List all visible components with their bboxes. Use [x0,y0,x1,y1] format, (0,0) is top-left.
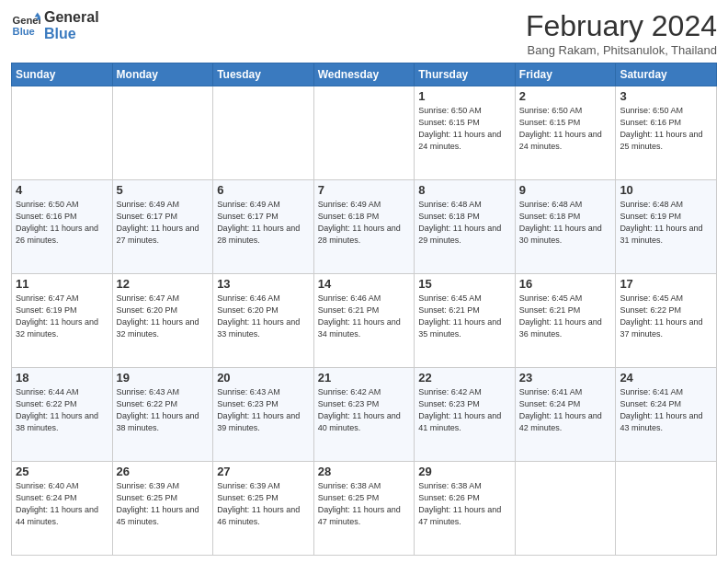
day-info: Sunrise: 6:47 AM Sunset: 6:20 PM Dayligh… [117,293,210,340]
day-number: 16 [519,277,612,291]
day-number: 1 [418,89,511,103]
calendar-cell: 1Sunrise: 6:50 AM Sunset: 6:15 PM Daylig… [415,86,516,180]
day-number: 7 [318,183,411,197]
logo-icon: General Blue [11,11,40,40]
weekday-thursday: Thursday [415,63,516,86]
weekday-header-row: SundayMondayTuesdayWednesdayThursdayFrid… [12,63,717,86]
calendar-cell [616,462,717,556]
day-number: 11 [16,277,108,291]
day-number: 5 [117,183,210,197]
day-number: 9 [519,183,612,197]
calendar-cell: 16Sunrise: 6:45 AM Sunset: 6:21 PM Dayli… [515,274,616,368]
day-number: 12 [117,277,210,291]
calendar-cell: 20Sunrise: 6:43 AM Sunset: 6:23 PM Dayli… [213,368,314,462]
page: General Blue General Blue February 2024 … [0,0,728,563]
day-number: 18 [16,371,108,385]
calendar-cell: 27Sunrise: 6:39 AM Sunset: 6:25 PM Dayli… [213,462,314,556]
calendar-cell: 22Sunrise: 6:42 AM Sunset: 6:23 PM Dayli… [415,368,516,462]
calendar-cell: 10Sunrise: 6:48 AM Sunset: 6:19 PM Dayli… [616,180,717,274]
svg-text:Blue: Blue [13,25,35,36]
day-info: Sunrise: 6:48 AM Sunset: 6:19 PM Dayligh… [620,199,712,247]
month-title: February 2024 [526,9,717,43]
day-info: Sunrise: 6:45 AM Sunset: 6:21 PM Dayligh… [519,293,612,340]
day-number: 14 [318,277,411,291]
day-number: 4 [16,183,108,197]
day-info: Sunrise: 6:41 AM Sunset: 6:24 PM Dayligh… [620,386,712,434]
location: Bang Rakam, Phitsanulok, Thailand [526,43,717,57]
day-number: 2 [519,89,612,103]
day-info: Sunrise: 6:48 AM Sunset: 6:18 PM Dayligh… [519,199,612,247]
day-info: Sunrise: 6:38 AM Sunset: 6:26 PM Dayligh… [418,480,511,528]
header: General Blue General Blue February 2024 … [11,9,717,57]
calendar-cell: 7Sunrise: 6:49 AM Sunset: 6:18 PM Daylig… [313,180,415,274]
day-info: Sunrise: 6:48 AM Sunset: 6:18 PM Dayligh… [418,199,511,247]
day-info: Sunrise: 6:42 AM Sunset: 6:23 PM Dayligh… [418,386,511,434]
week-row-2: 11Sunrise: 6:47 AM Sunset: 6:19 PM Dayli… [12,274,717,368]
day-number: 23 [519,371,612,385]
calendar-cell: 15Sunrise: 6:45 AM Sunset: 6:21 PM Dayli… [415,274,516,368]
day-info: Sunrise: 6:39 AM Sunset: 6:25 PM Dayligh… [117,480,210,528]
day-info: Sunrise: 6:41 AM Sunset: 6:24 PM Dayligh… [519,386,612,434]
day-info: Sunrise: 6:49 AM Sunset: 6:17 PM Dayligh… [117,199,210,247]
calendar-cell: 11Sunrise: 6:47 AM Sunset: 6:19 PM Dayli… [12,274,113,368]
weekday-saturday: Saturday [616,63,717,86]
day-info: Sunrise: 6:45 AM Sunset: 6:21 PM Dayligh… [418,293,511,340]
day-info: Sunrise: 6:49 AM Sunset: 6:18 PM Dayligh… [318,199,411,247]
day-number: 28 [318,465,411,478]
calendar-cell: 3Sunrise: 6:50 AM Sunset: 6:16 PM Daylig… [616,86,717,180]
day-info: Sunrise: 6:50 AM Sunset: 6:15 PM Dayligh… [519,105,612,153]
day-info: Sunrise: 6:43 AM Sunset: 6:22 PM Dayligh… [117,386,210,434]
day-info: Sunrise: 6:42 AM Sunset: 6:23 PM Dayligh… [318,386,411,434]
logo-blue: Blue [44,26,99,42]
day-info: Sunrise: 6:50 AM Sunset: 6:16 PM Dayligh… [16,199,108,247]
calendar-cell: 28Sunrise: 6:38 AM Sunset: 6:25 PM Dayli… [313,462,415,556]
calendar-table: SundayMondayTuesdayWednesdayThursdayFrid… [11,63,717,556]
calendar-cell: 18Sunrise: 6:44 AM Sunset: 6:22 PM Dayli… [12,368,113,462]
calendar-cell: 6Sunrise: 6:49 AM Sunset: 6:17 PM Daylig… [213,180,314,274]
day-number: 6 [217,183,310,197]
calendar-cell: 12Sunrise: 6:47 AM Sunset: 6:20 PM Dayli… [112,274,213,368]
calendar-cell: 23Sunrise: 6:41 AM Sunset: 6:24 PM Dayli… [515,368,616,462]
day-number: 21 [318,371,411,385]
day-info: Sunrise: 6:50 AM Sunset: 6:16 PM Dayligh… [620,105,712,153]
day-info: Sunrise: 6:46 AM Sunset: 6:21 PM Dayligh… [318,293,411,340]
calendar-cell: 29Sunrise: 6:38 AM Sunset: 6:26 PM Dayli… [415,462,516,556]
day-info: Sunrise: 6:44 AM Sunset: 6:22 PM Dayligh… [16,386,108,434]
logo: General Blue General Blue [11,9,99,41]
calendar-cell: 19Sunrise: 6:43 AM Sunset: 6:22 PM Dayli… [112,368,213,462]
week-row-0: 1Sunrise: 6:50 AM Sunset: 6:15 PM Daylig… [12,86,717,180]
calendar-cell [313,86,415,180]
day-number: 25 [16,465,108,478]
week-row-1: 4Sunrise: 6:50 AM Sunset: 6:16 PM Daylig… [12,180,717,274]
calendar-cell: 17Sunrise: 6:45 AM Sunset: 6:22 PM Dayli… [616,274,717,368]
day-number: 19 [117,371,210,385]
logo-general: General [44,9,99,26]
day-number: 26 [117,465,210,478]
day-number: 10 [620,183,712,197]
day-info: Sunrise: 6:49 AM Sunset: 6:17 PM Dayligh… [217,199,310,247]
day-number: 20 [217,371,310,385]
day-number: 27 [217,465,310,478]
calendar-cell: 4Sunrise: 6:50 AM Sunset: 6:16 PM Daylig… [12,180,113,274]
day-info: Sunrise: 6:45 AM Sunset: 6:22 PM Dayligh… [620,293,712,340]
day-number: 8 [418,183,511,197]
calendar-cell: 5Sunrise: 6:49 AM Sunset: 6:17 PM Daylig… [112,180,213,274]
calendar-cell [213,86,314,180]
day-number: 17 [620,277,712,291]
calendar-cell: 21Sunrise: 6:42 AM Sunset: 6:23 PM Dayli… [313,368,415,462]
calendar-cell: 8Sunrise: 6:48 AM Sunset: 6:18 PM Daylig… [415,180,516,274]
calendar-cell: 2Sunrise: 6:50 AM Sunset: 6:15 PM Daylig… [515,86,616,180]
weekday-tuesday: Tuesday [213,63,314,86]
day-number: 29 [418,465,511,478]
day-info: Sunrise: 6:46 AM Sunset: 6:20 PM Dayligh… [217,293,310,340]
calendar-cell: 25Sunrise: 6:40 AM Sunset: 6:24 PM Dayli… [12,462,113,556]
week-row-4: 25Sunrise: 6:40 AM Sunset: 6:24 PM Dayli… [12,462,717,556]
day-number: 24 [620,371,712,385]
calendar-cell [515,462,616,556]
day-info: Sunrise: 6:39 AM Sunset: 6:25 PM Dayligh… [217,480,310,528]
day-number: 13 [217,277,310,291]
day-info: Sunrise: 6:47 AM Sunset: 6:19 PM Dayligh… [16,293,108,340]
calendar-cell: 13Sunrise: 6:46 AM Sunset: 6:20 PM Dayli… [213,274,314,368]
week-row-3: 18Sunrise: 6:44 AM Sunset: 6:22 PM Dayli… [12,368,717,462]
calendar-cell: 14Sunrise: 6:46 AM Sunset: 6:21 PM Dayli… [313,274,415,368]
